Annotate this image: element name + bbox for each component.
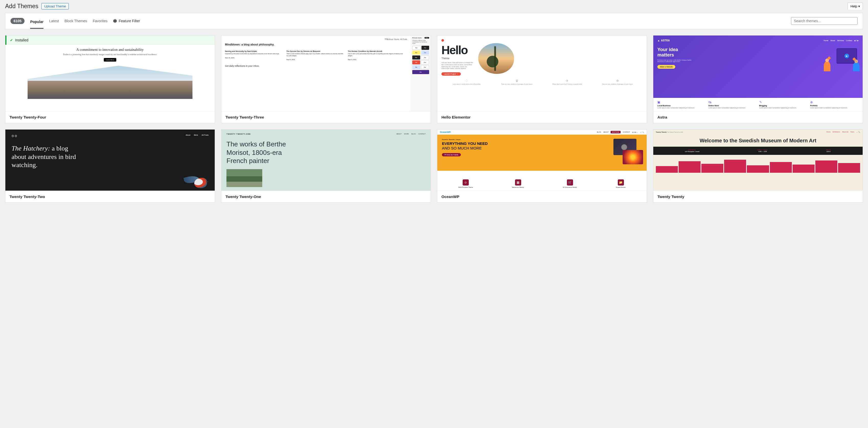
- theme-count: 6105: [10, 18, 25, 24]
- theme-card-twenty-twenty-one[interactable]: TWENTY TWENTY-ONE ABOUTWORKBLOGCONTACT T…: [221, 129, 431, 203]
- installed-banner: ✓ Installed: [5, 35, 215, 45]
- theme-thumbnail: TT3 About Books All Posts Mindblown: a b…: [221, 35, 431, 111]
- theme-name: Twenty Twenty: [653, 191, 863, 202]
- theme-name: Twenty Twenty-Two: [5, 191, 215, 202]
- help-tab[interactable]: Help ▾: [847, 3, 863, 10]
- check-icon: ✓: [10, 38, 13, 42]
- page-header: Add Themes Upload Theme Help ▾: [5, 3, 863, 10]
- theme-thumbnail: OceanWP. BLOGABOUTSHOP NOWCONTACT$ 0.00 …: [437, 130, 647, 191]
- filter-favorites[interactable]: Favorites: [93, 18, 107, 25]
- theme-card-hello-elementor[interactable]: Hello Theme I am text block. Click edit …: [437, 35, 647, 123]
- search-input[interactable]: [791, 17, 858, 25]
- feature-filter-button[interactable]: Feature Filter: [113, 19, 140, 23]
- theme-thumbnail: ASTRA HomeAboutServicesContact◉ f ▶ Your…: [653, 35, 863, 111]
- filter-bar: 6105 Popular Latest Block Themes Favorit…: [5, 13, 863, 29]
- theme-card-astra[interactable]: ASTRA HomeAboutServicesContact◉ f ▶ Your…: [653, 35, 863, 123]
- themes-grid: ✓ Installed A commitment to innovation a…: [5, 35, 863, 203]
- gear-icon: [113, 19, 117, 23]
- page-title: Add Themes: [5, 3, 38, 10]
- theme-thumbnail: TWENTY TWENTY-ONE ABOUTWORKBLOGCONTACT T…: [221, 130, 431, 191]
- theme-name: Astra: [653, 111, 863, 123]
- theme-name: OceanWP: [437, 191, 647, 202]
- theme-name: Twenty Twenty-One: [221, 191, 431, 202]
- theme-card-oceanwp[interactable]: OceanWP. BLOGABOUTSHOP NOWCONTACT$ 0.00 …: [437, 129, 647, 203]
- filter-popular[interactable]: Popular: [30, 18, 43, 29]
- theme-thumbnail: Twenty Twenty The Default Theme for 2020…: [653, 130, 863, 191]
- theme-name: Twenty Twenty-Four: [5, 111, 215, 123]
- filter-block-themes[interactable]: Block Themes: [64, 18, 87, 25]
- theme-thumbnail: A commitment to innovation and sustainab…: [5, 45, 215, 111]
- filter-latest[interactable]: Latest: [49, 18, 59, 25]
- theme-name: Twenty Twenty-Three: [221, 111, 431, 123]
- chevron-down-icon: ▾: [858, 4, 860, 8]
- theme-card-twenty-twenty-two[interactable]: ⊙⊙ AboutBirdsAll Posts The Hatchery: a b…: [5, 129, 215, 203]
- theme-thumbnail: ⊙⊙ AboutBirdsAll Posts The Hatchery: a b…: [5, 130, 215, 191]
- theme-name: Hello Elementor: [437, 111, 647, 123]
- theme-card-twenty-twenty[interactable]: Twenty Twenty The Default Theme for 2020…: [653, 129, 863, 203]
- theme-card-twenty-twenty-three[interactable]: TT3 About Books All Posts Mindblown: a b…: [221, 35, 431, 123]
- theme-thumbnail: Hello Theme I am text block. Click edit …: [437, 35, 647, 111]
- upload-theme-button[interactable]: Upload Theme: [41, 3, 69, 9]
- theme-card-twenty-twenty-four[interactable]: ✓ Installed A commitment to innovation a…: [5, 35, 215, 123]
- search-box: [791, 17, 858, 25]
